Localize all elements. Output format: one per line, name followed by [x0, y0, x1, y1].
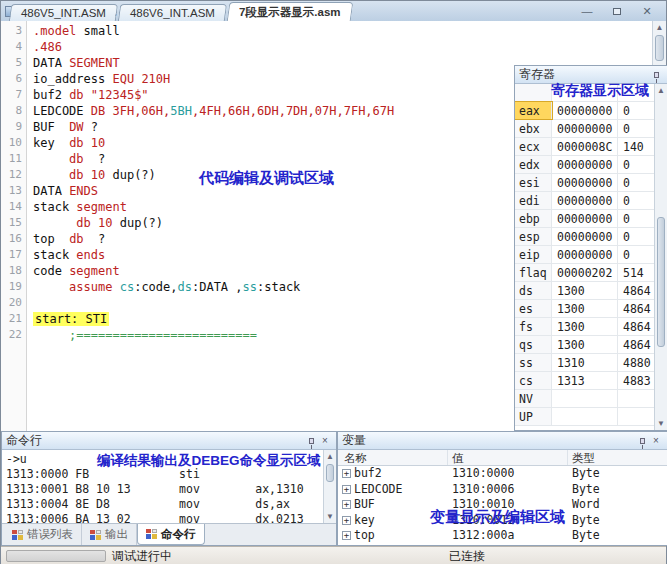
register-hex-value[interactable]: 00000000 — [552, 210, 618, 227]
expand-icon[interactable]: + — [342, 531, 351, 540]
register-row[interactable]: qs13004864 — [515, 336, 654, 354]
register-name: UP — [515, 408, 552, 425]
register-row[interactable]: eax000000000 — [515, 102, 654, 120]
register-hex-value[interactable]: 00000000 — [552, 120, 618, 137]
scrollbar-thumb[interactable] — [655, 35, 664, 61]
register-hex-value[interactable] — [552, 408, 618, 425]
pin-icon[interactable] — [304, 434, 318, 448]
column-header-type[interactable]: 类型 — [568, 450, 667, 465]
dock-tab[interactable]: 输出 — [82, 524, 137, 545]
column-header-value[interactable]: 值 — [448, 450, 568, 465]
variable-row[interactable]: +buf21310:0000Byte — [338, 466, 667, 482]
register-dec-value[interactable]: 140 — [618, 138, 654, 155]
close-icon[interactable]: × — [649, 434, 663, 448]
register-hex-value[interactable]: 00000000 — [552, 192, 618, 209]
register-hex-value[interactable]: 00000000 — [552, 174, 618, 191]
register-row[interactable]: cs13134883 — [515, 372, 654, 390]
register-row[interactable]: esi000000000 — [515, 174, 654, 192]
register-hex-value[interactable]: 00000000 — [552, 102, 618, 119]
variable-value[interactable]: 1310:0000 — [448, 466, 568, 482]
register-hex-value[interactable]: 1300 — [552, 318, 618, 335]
register-hex-value[interactable]: 1300 — [552, 300, 618, 317]
scroll-down-icon[interactable]: ▼ — [324, 510, 336, 523]
register-row[interactable]: UP — [515, 408, 654, 426]
register-hex-value[interactable]: 1300 — [552, 282, 618, 299]
variable-row[interactable]: +LEDCODE1310:0006Byte — [338, 482, 667, 498]
register-row[interactable]: ebp000000000 — [515, 210, 654, 228]
expand-icon[interactable]: + — [342, 500, 351, 509]
register-row[interactable]: flaq00000202514 — [515, 264, 654, 282]
variable-row[interactable]: +top1312:000aByte — [338, 528, 667, 544]
code-line[interactable]: .486 — [33, 39, 652, 55]
command-scrollbar[interactable]: ▲ ▼ — [323, 450, 336, 523]
dock-tab[interactable]: 命令行 — [137, 524, 205, 545]
pin-icon[interactable] — [635, 434, 649, 448]
register-hex-value[interactable]: 00000000 — [552, 156, 618, 173]
register-dec-value[interactable]: 0 — [618, 174, 654, 191]
register-hex-value[interactable]: 1313 — [552, 372, 618, 389]
expand-icon[interactable]: + — [342, 516, 351, 525]
minimize-button[interactable]: — — [576, 5, 598, 18]
expand-icon[interactable]: + — [342, 469, 351, 478]
pin-icon[interactable] — [649, 68, 663, 82]
status-bar: 调试进行中 已连接 — [1, 546, 666, 564]
register-row[interactable]: es13004864 — [515, 300, 654, 318]
register-dec-value[interactable]: 4864 — [618, 318, 654, 335]
register-row[interactable]: edi000000000 — [515, 192, 654, 210]
variable-value[interactable]: 1312:000a — [448, 528, 568, 544]
scrollbar-thumb[interactable] — [326, 464, 334, 482]
register-dec-value[interactable]: 4864 — [618, 282, 654, 299]
register-dec-value[interactable]: 0 — [618, 102, 654, 119]
register-dec-value[interactable] — [618, 408, 654, 425]
register-row[interactable]: ebx000000000 — [515, 120, 654, 138]
register-hex-value[interactable]: 0000008C — [552, 138, 618, 155]
scrollbar-thumb[interactable] — [657, 217, 665, 347]
register-dec-value[interactable]: 0 — [618, 210, 654, 227]
register-dec-value[interactable]: 0 — [618, 228, 654, 245]
line-number: 16 — [1, 231, 22, 247]
register-dec-value[interactable] — [618, 390, 654, 407]
dock-tab[interactable]: 错误列表 — [4, 524, 82, 545]
register-dec-value[interactable]: 0 — [618, 156, 654, 173]
scroll-up-icon[interactable]: ▲ — [324, 450, 336, 463]
register-hex-value[interactable] — [552, 390, 618, 407]
register-dec-value[interactable]: 0 — [618, 192, 654, 209]
register-dec-value[interactable]: 0 — [618, 120, 654, 137]
register-dec-value[interactable]: 4880 — [618, 354, 654, 371]
register-hex-value[interactable]: 00000000 — [552, 246, 618, 263]
register-hex-value[interactable]: 00000000 — [552, 228, 618, 245]
maximize-button[interactable] — [606, 5, 628, 18]
editor-tab[interactable]: 486V5_INT.ASM — [9, 4, 118, 21]
scroll-down-icon[interactable]: ▼ — [655, 417, 667, 430]
scroll-up-icon[interactable]: ▲ — [653, 21, 666, 34]
register-hex-value[interactable]: 1310 — [552, 354, 618, 371]
command-output-line: 1313:0001 B8 10 13 mov ax,1310 — [6, 482, 323, 497]
register-hex-value[interactable]: 00000202 — [552, 264, 618, 281]
editor-tab[interactable]: 7段显示器显示.asm — [227, 2, 353, 22]
register-row[interactable]: ss13104880 — [515, 354, 654, 372]
code-line[interactable]: .model small — [33, 23, 652, 39]
register-row[interactable]: ecx0000008C140 — [515, 138, 654, 156]
register-dec-value[interactable]: 4864 — [618, 336, 654, 353]
column-header-name[interactable]: 名称 — [338, 450, 448, 465]
scroll-up-icon[interactable]: ▲ — [655, 84, 667, 97]
close-button[interactable]: ✕ — [636, 5, 658, 18]
editor-tab[interactable]: 486V6_INT.ASM — [118, 4, 227, 21]
register-row[interactable]: ds13004864 — [515, 282, 654, 300]
register-row[interactable]: esp000000000 — [515, 228, 654, 246]
register-row[interactable]: edx000000000 — [515, 156, 654, 174]
register-dec-value[interactable]: 4883 — [618, 372, 654, 389]
editor-tab-label: 486V6_INT.ASM — [130, 7, 215, 19]
register-dec-value[interactable]: 0 — [618, 246, 654, 263]
register-scrollbar[interactable]: ▲ ▼ — [654, 84, 667, 430]
line-number: 9 — [1, 119, 22, 135]
register-dec-value[interactable]: 514 — [618, 264, 654, 281]
register-row[interactable]: NV — [515, 390, 654, 408]
register-hex-value[interactable]: 1300 — [552, 336, 618, 353]
expand-icon[interactable]: + — [342, 485, 351, 494]
register-dec-value[interactable]: 4864 — [618, 300, 654, 317]
variable-value[interactable]: 1310:0006 — [448, 482, 568, 498]
register-row[interactable]: fs13004864 — [515, 318, 654, 336]
close-icon[interactable]: × — [318, 434, 332, 448]
register-row[interactable]: eip000000000 — [515, 246, 654, 264]
